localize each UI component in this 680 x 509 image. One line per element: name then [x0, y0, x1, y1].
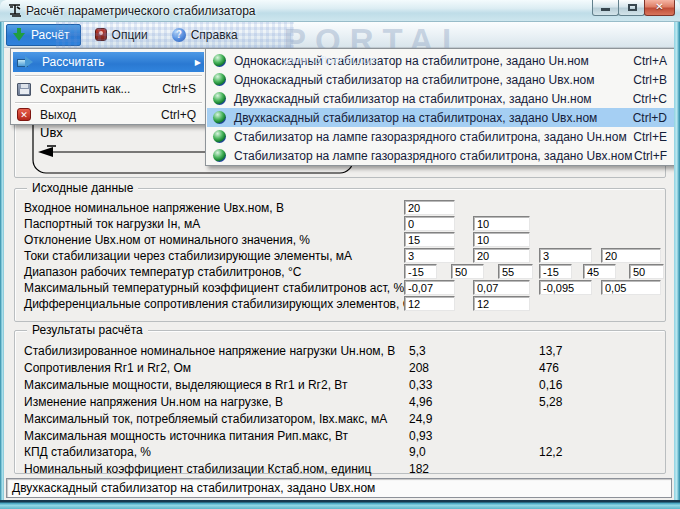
menu-item-exit[interactable]: ✕ Выход Ctrl+Q: [13, 105, 204, 124]
input-row-label: Максимальный температурный коэффициент с…: [24, 281, 421, 295]
stabilizer-sphere-icon: [213, 130, 226, 143]
input-field[interactable]: [404, 216, 455, 231]
menu-separator: [15, 102, 202, 103]
submenu-item[interactable]: Двухкаскадный стабилизатор на стабилитро…: [207, 89, 674, 108]
submenu-item[interactable]: Стабилизатор на лампе газоразрядного ста…: [207, 127, 674, 146]
app-window-icon: [7, 3, 23, 19]
close-button[interactable]: ✕: [644, 0, 675, 16]
result-value: 4,96: [409, 395, 432, 409]
results-legend: Результаты расчёта: [27, 323, 148, 337]
result-value: 0,16: [539, 378, 562, 392]
input-field[interactable]: [583, 264, 616, 279]
submenu-item-label: Однокаскадный стабилизатор на стабилитро…: [234, 73, 595, 87]
calc-down-arrow-icon: [13, 28, 26, 42]
input-field[interactable]: [404, 264, 437, 279]
run-arrow-icon: [17, 56, 33, 68]
result-row-label: Максимальный ток, потребляемый стабилиза…: [24, 412, 387, 426]
input-row-label: Паспортный ток нагрузки Iн, мА: [24, 217, 200, 231]
window-frame-right: [674, 22, 680, 500]
input-field[interactable]: [404, 296, 455, 311]
input-field[interactable]: [473, 280, 530, 295]
menubar-label: Справка: [191, 28, 238, 42]
window-controls: ✕: [593, 0, 675, 16]
input-field[interactable]: [539, 280, 592, 295]
menubar-label: Расчёт: [31, 28, 70, 42]
screenshot-root: Расчёт параметрического стабилизатора ✕ …: [0, 0, 680, 509]
minimize-icon: [601, 8, 610, 11]
result-value: 0,93: [409, 429, 432, 443]
result-value: 476: [539, 361, 559, 375]
submenu-item-label: Двухкаскадный стабилизатор на стабилитро…: [234, 92, 592, 106]
raschet-dropdown-menu: Рассчитать ▶ Сохранить как... Ctrl+S ✕ В…: [10, 48, 207, 125]
input-row-label: Диапазон рабочих температур стабилитроно…: [24, 265, 301, 279]
result-value: 9,0: [409, 445, 426, 459]
result-value: 13,7: [539, 344, 562, 358]
input-row-label: Токи стабилизации через стабилизирующие …: [24, 249, 352, 263]
menu-bar: Расчёт Опции ? Справка: [4, 22, 674, 48]
input-field[interactable]: [539, 264, 572, 279]
input-field[interactable]: [404, 280, 455, 295]
submenu-item-shortcut: Ctrl+F: [634, 149, 667, 163]
submenu-item-shortcut: Ctrl+D: [633, 111, 667, 125]
menu-item-shortcut: Ctrl+S: [162, 82, 196, 96]
menubar-item-opcii[interactable]: Опции: [89, 24, 158, 46]
result-value: 208: [409, 361, 429, 375]
stabilizer-sphere-icon: [213, 92, 226, 105]
status-text: Двухкаскадный стабилизатор на стабилитро…: [12, 481, 375, 495]
input-field[interactable]: [404, 200, 455, 215]
input-field[interactable]: [473, 232, 530, 247]
input-field[interactable]: [629, 264, 664, 279]
window-frame-bottom: [0, 500, 680, 509]
input-field[interactable]: [451, 264, 484, 279]
input-field[interactable]: [473, 248, 530, 263]
submenu-item[interactable]: Стабилизатор на лампе газоразрядного ста…: [207, 146, 674, 165]
minimize-button[interactable]: [592, 0, 619, 16]
status-bar: Двухкаскадный стабилизатор на стабилитро…: [6, 478, 672, 498]
input-field[interactable]: [601, 280, 661, 295]
input-field[interactable]: [601, 248, 661, 263]
options-icon: [95, 28, 107, 41]
input-row-label: Входное номинальное напряжение Uвх.ном, …: [24, 201, 284, 215]
result-value: 5,3: [409, 344, 426, 358]
result-row-label: Максимальная мощность источника питания …: [24, 429, 348, 443]
schematic-label-uvx: Uвх: [40, 125, 63, 140]
result-row-label: Максимальные мощности, выделяющиеся в Rг…: [24, 378, 347, 392]
submenu-item-label: Двухкаскадный стабилизатор на стабилитро…: [234, 111, 597, 125]
stabilizer-sphere-icon: [213, 149, 226, 162]
menu-item-rasschitat[interactable]: Рассчитать ▶: [13, 52, 204, 72]
stabilizer-sphere-icon: [213, 111, 226, 124]
menu-separator: [15, 75, 202, 76]
submenu-item[interactable]: Однокаскадный стабилизатор на стабилитро…: [207, 51, 674, 70]
submenu-item[interactable]: Однокаскадный стабилизатор на стабилитро…: [207, 70, 674, 89]
maximize-button[interactable]: [618, 0, 645, 16]
menu-item-label: Выход: [40, 108, 76, 122]
submenu-item-shortcut: Ctrl+E: [633, 130, 667, 144]
title-bar[interactable]: Расчёт параметрического стабилизатора ✕: [0, 0, 680, 22]
input-field[interactable]: [404, 248, 455, 263]
submenu-item-label: Однокаскадный стабилизатор на стабилитро…: [234, 54, 589, 68]
input-field[interactable]: [498, 264, 533, 279]
menu-item-save-as[interactable]: Сохранить как... Ctrl+S: [13, 78, 204, 100]
save-floppy-icon: [17, 83, 31, 96]
stabilizer-sphere-icon: [213, 54, 226, 67]
submenu-item-shortcut: Ctrl+A: [633, 54, 667, 68]
inputs-groupbox: Исходные данные Входное номинальное напр…: [14, 188, 666, 322]
result-row-label: Номинальный коэффициент стабилизации Кст…: [24, 462, 371, 476]
results-groupbox: Результаты расчёта Стабилизированное ном…: [14, 330, 666, 474]
submenu-item-label: Стабилизатор на лампе газоразрядного ста…: [234, 149, 632, 163]
submenu-item-shortcut: Ctrl+C: [633, 92, 667, 106]
menu-item-label: Сохранить как...: [40, 82, 130, 96]
input-field[interactable]: [473, 216, 530, 231]
menubar-item-raschet[interactable]: Расчёт: [6, 24, 81, 46]
input-field[interactable]: [473, 296, 530, 311]
input-row-label: Отклонение Uвх.ном от номинального значе…: [24, 233, 310, 247]
result-value: 5,28: [539, 395, 562, 409]
input-field[interactable]: [539, 248, 592, 263]
window-title: Расчёт параметрического стабилизатора: [26, 4, 256, 18]
menubar-item-spravka[interactable]: ? Справка: [166, 24, 248, 46]
result-row-label: Изменение напряжения Uн.ном на нагрузке,…: [24, 395, 283, 409]
result-row-label: Стабилизированное номинальное напряжение…: [24, 344, 395, 358]
submenu-item[interactable]: Двухкаскадный стабилизатор на стабилитро…: [207, 108, 674, 127]
input-field[interactable]: [404, 232, 455, 247]
submenu-item-shortcut: Ctrl+B: [633, 73, 667, 87]
